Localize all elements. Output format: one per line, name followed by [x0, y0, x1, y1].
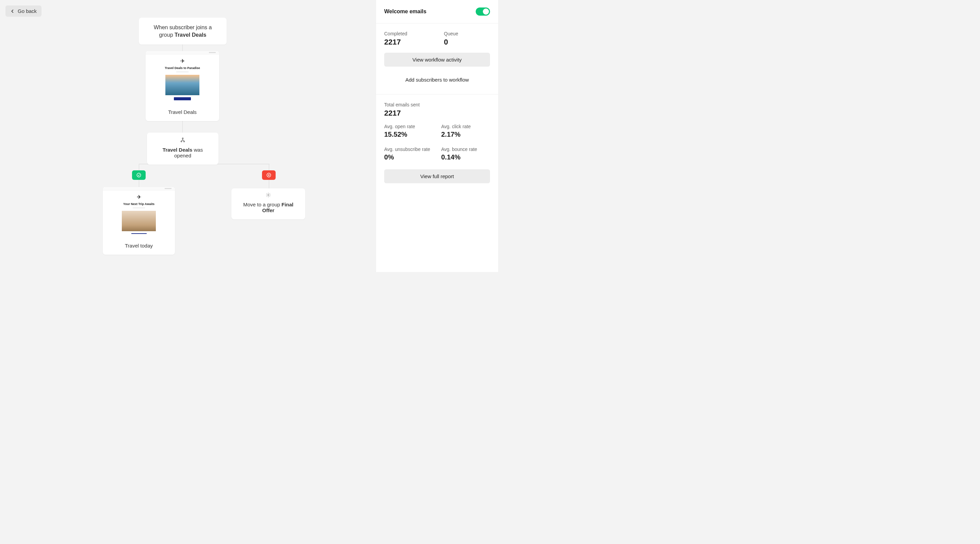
email-preview: ✈︎ Your Next Trip Awaits ——————: [103, 187, 175, 237]
unsub-rate-label: Avg. unsubscribe rate: [384, 146, 433, 152]
workflow-email-node[interactable]: ✈︎ Travel Deals to Paradise —————— Trave…: [146, 51, 219, 121]
connector: [139, 164, 139, 170]
completed-value: 2217: [384, 38, 430, 47]
queue-value: 0: [444, 38, 490, 47]
sidebar-header: Welcome emails: [376, 0, 498, 24]
email-preview-cta: [174, 97, 191, 100]
svg-point-5: [268, 195, 269, 196]
view-activity-button[interactable]: View workflow activity: [384, 53, 490, 67]
sidebar-queue-block: Completed 2217 Queue 0 View workflow act…: [376, 24, 498, 95]
queue-label: Queue: [444, 31, 490, 36]
connector: [269, 164, 269, 170]
check-circle-icon: [136, 172, 142, 178]
click-rate-value: 2.17%: [441, 130, 490, 138]
email-preview-title: Your Next Trip Awaits: [123, 202, 154, 206]
email-name: Travel today: [121, 237, 157, 255]
open-rate-label: Avg. open rate: [384, 124, 433, 129]
branch-no-badge[interactable]: [262, 170, 275, 180]
email-name: Travel Deals: [164, 104, 201, 121]
total-value: 2217: [384, 109, 490, 117]
branch-yes-badge[interactable]: [132, 170, 146, 180]
bounce-rate-value: 0.14%: [441, 153, 490, 161]
email-preview-cta: [131, 233, 147, 234]
workflow-canvas: Go back When subscriber joins a group Tr…: [0, 0, 375, 272]
trigger-group: Travel Deals: [175, 32, 206, 38]
bounce-rate-label: Avg. bounce rate: [441, 146, 490, 152]
branch-icon: [180, 137, 185, 144]
stats-sidebar: Welcome emails Completed 2217 Queue 0 Vi…: [375, 0, 498, 272]
add-subscribers-button[interactable]: Add subscribers to workflow: [384, 73, 490, 87]
sidebar-stats-block: Total emails sent 2217 Avg. open rate 15…: [376, 95, 498, 191]
x-circle-icon: [266, 172, 272, 178]
workflow-condition-node[interactable]: Travel Deals was opened: [147, 133, 218, 165]
chevron-left-icon: [10, 9, 15, 14]
connector: [139, 180, 139, 187]
workflow-action-node[interactable]: Move to a group Final Offer: [231, 188, 305, 219]
workflow-trigger-node[interactable]: When subscriber joins a group Travel Dea…: [139, 18, 227, 44]
click-rate-label: Avg. click rate: [441, 124, 490, 129]
action-prefix: Move to a group: [243, 201, 282, 208]
workflow-active-toggle[interactable]: [476, 8, 490, 16]
open-rate-value: 15.52%: [384, 130, 433, 138]
email-preview-image: [122, 211, 156, 231]
svg-point-0: [182, 138, 183, 139]
workflow-email-node[interactable]: ✈︎ Your Next Trip Awaits —————— Travel t…: [103, 187, 175, 255]
workflow-title: Welcome emails: [384, 8, 426, 14]
total-label: Total emails sent: [384, 102, 490, 108]
unsub-rate-value: 0%: [384, 153, 433, 161]
go-back-label: Go back: [18, 8, 37, 14]
completed-label: Completed: [384, 31, 430, 36]
plane-icon: ✈︎: [180, 58, 185, 64]
connector: [182, 121, 183, 133]
view-full-report-button[interactable]: View full report: [384, 169, 490, 183]
connector: [269, 180, 269, 188]
gear-icon: [266, 192, 271, 199]
email-preview: ✈︎ Travel Deals to Paradise ——————: [146, 51, 219, 104]
condition-subject: Travel Deals: [163, 147, 192, 153]
go-back-button[interactable]: Go back: [5, 5, 41, 17]
email-preview-image: [165, 75, 199, 95]
email-preview-title: Travel Deals to Paradise: [165, 66, 200, 70]
plane-icon: ✈︎: [137, 194, 141, 200]
